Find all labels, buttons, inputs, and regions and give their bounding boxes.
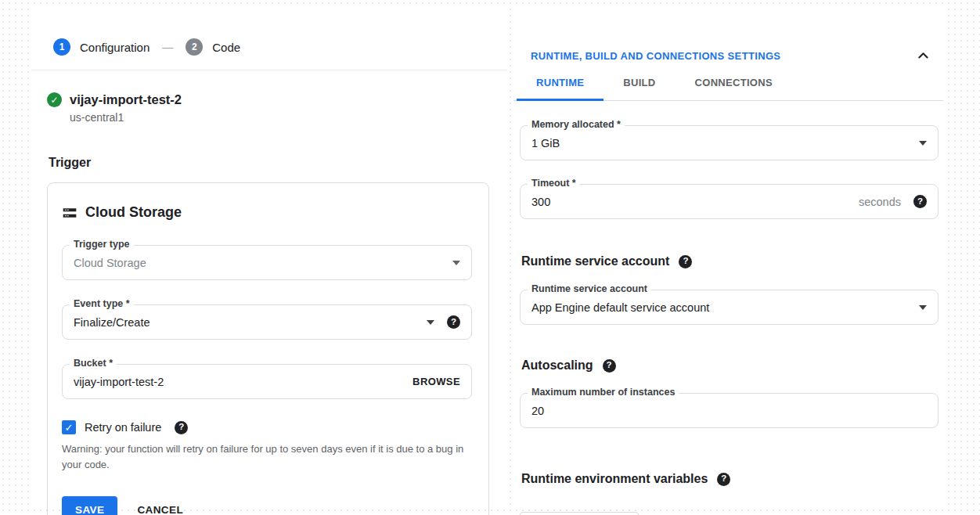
stepper-divider	[31, 70, 507, 70]
step-2-label[interactable]: Code	[212, 41, 240, 54]
event-type-value[interactable]	[74, 316, 419, 329]
retry-on-failure-row: ✓ Retry on failure ?	[62, 420, 472, 434]
settings-collapse-header[interactable]: RUNTIME, BUILD AND CONNECTIONS SETTINGS	[531, 49, 931, 63]
event-type-field[interactable]: Event type * ?	[62, 304, 472, 340]
runtime-service-account-value[interactable]	[531, 301, 911, 314]
env-vars-heading-text: Runtime environment variables	[521, 472, 708, 486]
service-account-section-heading: Runtime service account ?	[521, 254, 943, 268]
max-instances-field[interactable]: Maximum number of instances	[520, 393, 939, 428]
function-name: vijay-import-test-2	[70, 92, 182, 107]
timeout-input[interactable]	[531, 196, 851, 208]
cancel-button[interactable]: CANCEL	[137, 504, 183, 515]
step-1-label[interactable]: Configuration	[80, 41, 150, 54]
trigger-card: Cloud Storage Trigger type Event type * …	[47, 182, 489, 515]
runtime-service-account-field[interactable]: Runtime service account	[520, 290, 939, 325]
env-vars-help-icon[interactable]: ?	[717, 473, 730, 486]
event-type-help-icon[interactable]: ?	[447, 315, 460, 329]
collapse-button[interactable]	[916, 49, 931, 63]
timeout-field[interactable]: Timeout * seconds ?	[520, 184, 939, 219]
timeout-help-icon[interactable]: ?	[913, 195, 927, 208]
runtime-service-account-label: Runtime service account	[528, 283, 651, 294]
max-instances-label: Maximum number of instances	[528, 387, 679, 398]
trigger-type-value[interactable]	[74, 257, 445, 269]
timeout-label: Timeout *	[528, 178, 580, 189]
service-account-heading-text: Runtime service account	[521, 254, 669, 268]
tab-runtime[interactable]: RUNTIME	[517, 77, 603, 101]
tab-build[interactable]: BUILD	[603, 77, 675, 101]
retry-label: Retry on failure	[85, 421, 161, 434]
bucket-input[interactable]	[74, 376, 413, 388]
autoscaling-section-heading: Autoscaling ?	[521, 358, 943, 373]
memory-allocated-field[interactable]: Memory allocated *	[520, 125, 939, 160]
retry-checkbox[interactable]: ✓	[62, 420, 76, 434]
step-2-indicator[interactable]: 2	[186, 38, 203, 56]
autoscaling-help-icon[interactable]: ?	[603, 359, 616, 373]
runtime-settings-panel: RUNTIME, BUILD AND CONNECTIONS SETTINGS …	[513, 8, 943, 509]
function-config-panel: 1 Configuration — 2 Code ✓ vijay-import-…	[31, 8, 507, 509]
max-instances-input[interactable]	[531, 405, 927, 417]
autoscaling-heading-text: Autoscaling	[521, 358, 593, 373]
cloud-storage-icon	[62, 205, 77, 221]
env-vars-section-heading: Runtime environment variables ?	[521, 472, 943, 486]
function-region: us-central1	[70, 111, 507, 124]
timeout-unit: seconds	[859, 196, 901, 208]
trigger-heading: Trigger	[49, 156, 507, 170]
memory-allocated-label: Memory allocated *	[528, 119, 625, 130]
save-button[interactable]: SAVE	[62, 496, 117, 515]
trigger-card-title: Cloud Storage	[85, 204, 182, 221]
dropdown-caret-icon[interactable]	[452, 261, 460, 265]
dropdown-caret-icon[interactable]	[919, 305, 927, 310]
settings-tabs: RUNTIME BUILD CONNECTIONS	[513, 77, 943, 101]
retry-warning-text: Warning: your function will retry on fai…	[62, 441, 472, 473]
step-1-indicator[interactable]: 1	[53, 38, 70, 56]
browse-button[interactable]: BROWSE	[413, 376, 460, 387]
dropdown-caret-icon[interactable]	[919, 141, 927, 146]
trigger-card-title-row: Cloud Storage	[62, 204, 472, 221]
tab-connections[interactable]: CONNECTIONS	[676, 77, 792, 101]
stepper: 1 Configuration — 2 Code	[53, 38, 507, 56]
service-account-help-icon[interactable]: ?	[679, 255, 692, 268]
bucket-field[interactable]: Bucket * BROWSE	[62, 364, 472, 399]
dropdown-caret-icon[interactable]	[427, 320, 434, 325]
function-identity: ✓ vijay-import-test-2	[47, 92, 507, 107]
stepper-separator: —	[162, 41, 173, 53]
trigger-type-label: Trigger type	[70, 239, 134, 250]
memory-allocated-value[interactable]	[531, 137, 911, 149]
add-variable-button[interactable]: + ADD VARIABLE	[520, 512, 639, 515]
bucket-label: Bucket *	[70, 358, 117, 369]
chevron-up-icon	[916, 49, 931, 63]
event-type-label: Event type *	[70, 298, 134, 309]
trigger-type-field[interactable]: Trigger type	[62, 245, 472, 280]
settings-header-title[interactable]: RUNTIME, BUILD AND CONNECTIONS SETTINGS	[531, 50, 780, 62]
trigger-card-actions: SAVE CANCEL	[62, 496, 472, 515]
success-check-icon: ✓	[47, 92, 62, 107]
retry-help-icon[interactable]: ?	[175, 421, 188, 434]
